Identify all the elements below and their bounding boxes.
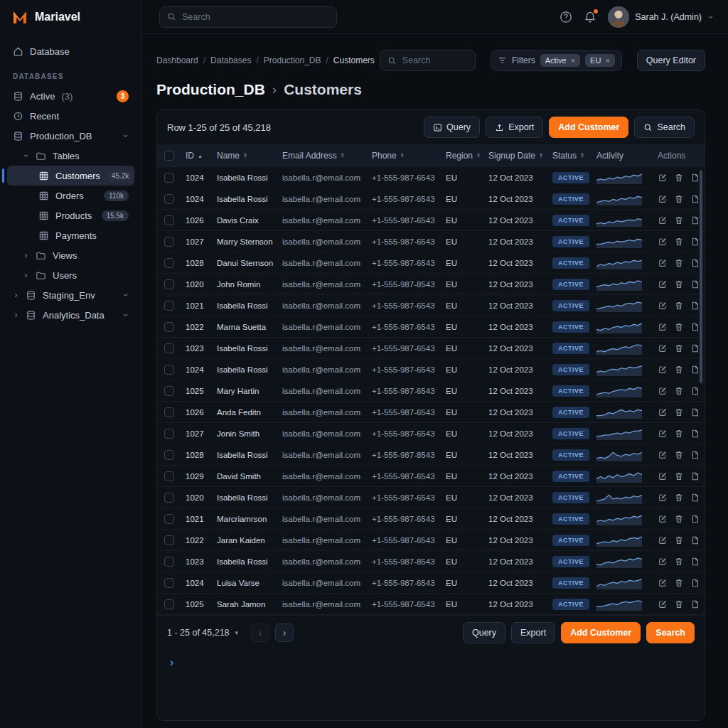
row-checkbox[interactable] <box>164 301 174 311</box>
delete-row-button[interactable] <box>674 557 684 567</box>
row-checkbox[interactable] <box>164 365 174 375</box>
table-row[interactable]: 1024 Luisa Varse isabella.r@email.com +1… <box>157 572 705 594</box>
sidebar-item-recent[interactable]: Recent <box>7 106 134 126</box>
column-header-id[interactable]: ID▲ <box>181 151 213 161</box>
table-row[interactable]: 1024 Isabella Rossi isabella.r@email.com… <box>157 167 705 188</box>
row-checkbox[interactable] <box>164 237 174 247</box>
edit-row-button[interactable] <box>658 557 668 567</box>
edit-row-button[interactable] <box>658 407 668 417</box>
sidebar-item-staging-env[interactable]: › Staging_Env › <box>7 285 134 305</box>
edit-row-button[interactable] <box>658 386 668 396</box>
edit-row-button[interactable] <box>658 471 668 481</box>
query-button[interactable]: Query <box>463 622 505 643</box>
view-row-button[interactable] <box>690 514 700 524</box>
column-header-phone[interactable]: Phone▲▼ <box>368 151 441 161</box>
edit-row-button[interactable] <box>658 514 668 524</box>
edit-row-button[interactable] <box>658 429 668 439</box>
search-button[interactable]: Search <box>634 117 695 138</box>
table-row[interactable]: 1021 Marcriamrson isabella.r@email.com +… <box>157 508 705 530</box>
breadcrumb-customers[interactable]: Customers <box>333 55 375 65</box>
notifications-button[interactable] <box>584 11 596 23</box>
delete-row-button[interactable] <box>674 279 684 289</box>
table-row[interactable]: 1026 Davis Craix isabella.r@email.com +1… <box>157 210 705 231</box>
delete-row-button[interactable] <box>674 386 684 396</box>
table-row[interactable]: 1026 Anda Feditn isabella.r@email.com +1… <box>157 402 705 423</box>
table-row[interactable]: 1027 Jonin Smith isabella.r@email.com +1… <box>157 423 705 444</box>
add-customer-button[interactable]: Add Customer <box>561 622 641 643</box>
select-all-checkbox[interactable] <box>164 151 174 161</box>
page-size-selector[interactable]: 1 - 25 of 45,218 ▾ <box>167 628 238 638</box>
delete-row-button[interactable] <box>674 471 684 481</box>
delete-row-button[interactable] <box>674 237 684 247</box>
delete-row-button[interactable] <box>674 407 684 417</box>
view-row-button[interactable] <box>690 450 700 460</box>
view-row-button[interactable] <box>690 365 700 375</box>
edit-row-button[interactable] <box>658 493 668 503</box>
row-checkbox[interactable] <box>164 535 174 545</box>
global-search[interactable] <box>159 6 337 28</box>
delete-row-button[interactable] <box>674 450 684 460</box>
edit-row-button[interactable] <box>658 301 668 311</box>
view-row-button[interactable] <box>690 301 700 311</box>
delete-row-button[interactable] <box>674 429 684 439</box>
next-page-button[interactable]: › <box>275 623 294 642</box>
column-header-email[interactable]: Email Address▲▼ <box>278 151 368 161</box>
row-checkbox[interactable] <box>164 429 174 439</box>
table-row[interactable]: 1024 Isabella Rossi isabella.r@email.com… <box>157 188 705 210</box>
table-row[interactable]: 1028 Isabella Rossi isabella.r@email.com… <box>157 444 705 466</box>
column-header-signup-date[interactable]: Signup Date▲▼ <box>484 151 548 161</box>
table-row[interactable]: 1028 Danui Sternson isabella.r@email.com… <box>157 252 705 274</box>
sidebar-item-customers[interactable]: Customers 45.2k <box>7 166 134 186</box>
view-row-button[interactable] <box>690 535 700 545</box>
table-row[interactable]: 1020 Isabella Rossi isabella.r@email.com… <box>157 487 705 508</box>
view-row-button[interactable] <box>690 173 700 183</box>
delete-row-button[interactable] <box>674 343 684 353</box>
delete-row-button[interactable] <box>674 173 684 183</box>
table-row[interactable]: 1022 Jaran Kaiden isabella.r@email.com +… <box>157 530 705 551</box>
view-row-button[interactable] <box>690 557 700 567</box>
sidebar-folder-views[interactable]: › Views <box>7 245 134 265</box>
view-row-button[interactable] <box>690 279 700 289</box>
edit-row-button[interactable] <box>658 365 668 375</box>
row-checkbox[interactable] <box>164 194 174 204</box>
remove-filter-icon[interactable]: × <box>571 56 575 65</box>
edit-row-button[interactable] <box>658 450 668 460</box>
view-row-button[interactable] <box>690 407 700 417</box>
delete-row-button[interactable] <box>674 514 684 524</box>
delete-row-button[interactable] <box>674 258 684 268</box>
edit-row-button[interactable] <box>658 237 668 247</box>
view-row-button[interactable] <box>690 258 700 268</box>
view-row-button[interactable] <box>690 343 700 353</box>
row-checkbox[interactable] <box>164 215 174 225</box>
page-search-input[interactable] <box>402 55 468 65</box>
brand[interactable]: Mariavel <box>0 0 141 34</box>
column-header-region[interactable]: Region▲▼ <box>441 151 484 161</box>
row-checkbox[interactable] <box>164 343 174 353</box>
view-row-button[interactable] <box>690 215 700 225</box>
table-row[interactable]: 1023 Isabella Rossi isabella.r@email.com… <box>157 338 705 359</box>
sidebar-item-database[interactable]: Database <box>7 41 134 61</box>
table-row[interactable]: 1024 Isabella Rossi isabella.r@email.com… <box>157 359 705 380</box>
delete-row-button[interactable] <box>674 365 684 375</box>
edit-row-button[interactable] <box>658 599 668 609</box>
table-row[interactable]: 1021 Isabella Rossi isabella.r@email.com… <box>157 295 705 316</box>
row-checkbox[interactable] <box>164 386 174 396</box>
view-row-button[interactable] <box>690 471 700 481</box>
row-checkbox[interactable] <box>164 322 174 332</box>
remove-filter-icon[interactable]: × <box>605 56 609 65</box>
table-row[interactable]: 1022 Marna Suetta isabella.r@email.com +… <box>157 316 705 338</box>
table-row[interactable]: 1023 Isabella Rossi isabella.r@email.com… <box>157 551 705 572</box>
table-row[interactable]: 1025 Mary Hartin isabella.r@email.com +1… <box>157 380 705 402</box>
edit-row-button[interactable] <box>658 279 668 289</box>
table-row[interactable]: 1025 Sarah Jamon isabella.r@email.com +1… <box>157 594 705 615</box>
row-checkbox[interactable] <box>164 279 174 289</box>
delete-row-button[interactable] <box>674 599 684 609</box>
table-row[interactable]: 1027 Marry Sternson isabella.r@email.com… <box>157 231 705 252</box>
edit-row-button[interactable] <box>658 578 668 588</box>
row-checkbox[interactable] <box>164 599 174 609</box>
sidebar-folder-users[interactable]: › Users <box>7 265 134 285</box>
view-row-button[interactable] <box>690 322 700 332</box>
delete-row-button[interactable] <box>674 578 684 588</box>
sidebar-item-production-db[interactable]: Production_DB › <box>7 126 134 146</box>
view-row-button[interactable] <box>690 493 700 503</box>
